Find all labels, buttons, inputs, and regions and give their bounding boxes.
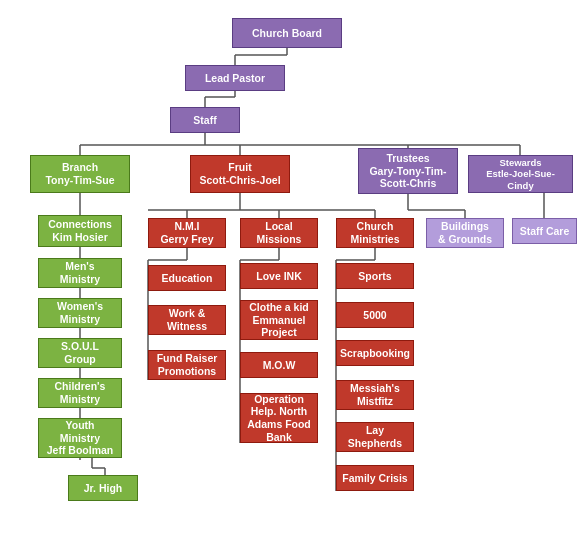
staff-care-box: Staff Care bbox=[512, 218, 577, 244]
mow-box: M.O.W bbox=[240, 352, 318, 378]
church-board-box: Church Board bbox=[232, 18, 342, 48]
womens-ministry-box: Women's Ministry bbox=[38, 298, 122, 328]
fund-raiser-box: Fund Raiser Promotions bbox=[148, 350, 226, 380]
stewards-box: Stewards Estle-Joel-Sue-Cindy bbox=[468, 155, 573, 193]
org-chart: Church Board Lead Pastor Staff Branch To… bbox=[0, 0, 585, 30]
work-witness-box: Work & Witness bbox=[148, 305, 226, 335]
scrapbooking-box: Scrapbooking bbox=[336, 340, 414, 366]
mens-ministry-box: Men's Ministry bbox=[38, 258, 122, 288]
love-ink-box: Love INK bbox=[240, 263, 318, 289]
messiahs-box: Messiah's Mistfitz bbox=[336, 380, 414, 410]
soul-group-box: S.O.U.L Group bbox=[38, 338, 122, 368]
church-ministries-box: Church Ministries bbox=[336, 218, 414, 248]
youth-ministry-box: Youth Ministry Jeff Boolman bbox=[38, 418, 122, 458]
buildings-box: Buildings & Grounds bbox=[426, 218, 504, 248]
trustees-box: Trustees Gary-Tony-Tim- Scott-Chris bbox=[358, 148, 458, 194]
five000-box: 5000 bbox=[336, 302, 414, 328]
lay-shepherds-box: Lay Shepherds bbox=[336, 422, 414, 452]
nmi-box: N.M.I Gerry Frey bbox=[148, 218, 226, 248]
sports-box: Sports bbox=[336, 263, 414, 289]
operation-help-box: Operation Help. North Adams Food Bank bbox=[240, 393, 318, 443]
staff-box: Staff bbox=[170, 107, 240, 133]
lead-pastor-box: Lead Pastor bbox=[185, 65, 285, 91]
clothe-kid-box: Clothe a kid Emmanuel Project bbox=[240, 300, 318, 340]
local-missions-box: Local Missions bbox=[240, 218, 318, 248]
childrens-ministry-box: Children's Ministry bbox=[38, 378, 122, 408]
family-crisis-box: Family Crisis bbox=[336, 465, 414, 491]
branch-box: Branch Tony-Tim-Sue bbox=[30, 155, 130, 193]
education-box: Education bbox=[148, 265, 226, 291]
connections-box: Connections Kim Hosier bbox=[38, 215, 122, 247]
jr-high-box: Jr. High bbox=[68, 475, 138, 501]
fruit-box: Fruit Scott-Chris-Joel bbox=[190, 155, 290, 193]
